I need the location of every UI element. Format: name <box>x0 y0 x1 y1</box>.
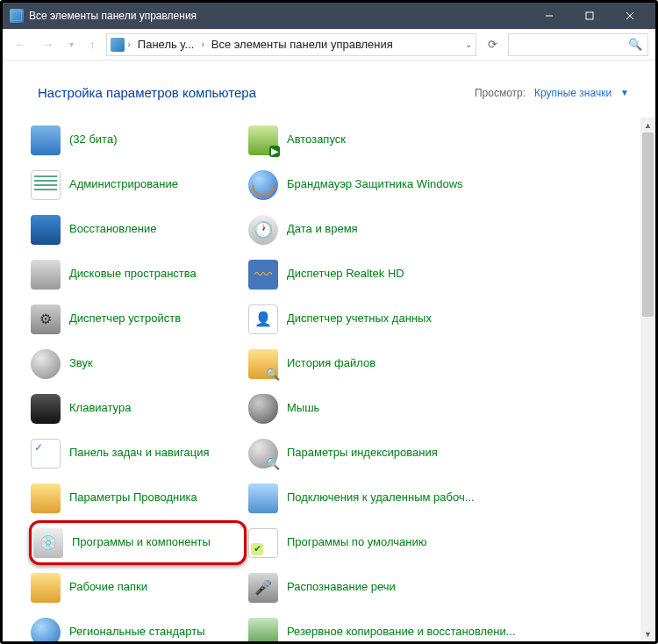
item-autoplay[interactable]: Автозапуск <box>247 118 536 162</box>
item-label: Дисковые пространства <box>69 267 197 281</box>
view-value: Крупные значки <box>534 87 612 99</box>
chevron-right-icon[interactable]: › <box>128 39 131 49</box>
item-label: Автозапуск <box>287 132 346 147</box>
scroll-thumb[interactable] <box>642 132 654 317</box>
chevron-right-icon[interactable]: › <box>201 39 204 49</box>
item-label: Администрирование <box>69 177 178 191</box>
item-speech[interactable]: Распознавание речи <box>247 565 536 610</box>
address-bar[interactable]: › Панель у... › Все элементы панели упра… <box>106 33 477 56</box>
item-label: Программы по умолчанию <box>287 535 426 549</box>
item-work-folders-icon <box>31 573 61 603</box>
item-label: Рабочие папки <box>69 580 147 594</box>
item-label: Параметры индексирования <box>287 446 438 460</box>
item-backup-restore[interactable]: Резервное копирование и восстановлени... <box>247 610 536 641</box>
item-label: Резервное копирование и восстановлени... <box>287 625 516 639</box>
item-label: Параметры Проводника <box>69 490 197 504</box>
item-remote-desktop-icon <box>248 483 278 513</box>
item-label: Дата и время <box>287 222 358 236</box>
window-title: Все элементы панели управления <box>29 10 529 22</box>
chevron-down-icon: ▼ <box>620 88 629 97</box>
window-controls <box>529 3 650 29</box>
item-label: Звук <box>69 356 93 370</box>
item-indexing[interactable]: Параметры индексирования <box>247 431 536 476</box>
item-label: Программы и компоненты <box>72 535 211 549</box>
search-icon: 🔍 <box>628 38 642 51</box>
item-file-history-icon <box>248 349 278 379</box>
back-button[interactable]: ← <box>10 34 32 54</box>
item-indexing-icon <box>248 439 278 469</box>
item-work-folders[interactable]: Рабочие папки <box>29 565 247 610</box>
item-device-manager-icon <box>31 304 61 334</box>
item-default-programs[interactable]: Программы по умолчанию <box>247 520 536 565</box>
item-label: Мышь <box>287 401 319 415</box>
item-device-manager[interactable]: Диспетчер устройств <box>29 297 247 341</box>
item-label: Диспетчер устройств <box>69 311 181 326</box>
item-label: Диспетчер учетных данных <box>287 311 432 326</box>
scroll-down-button[interactable]: ▼ <box>640 626 655 641</box>
item-label: Диспетчер Realtek HD <box>287 267 404 281</box>
item-32bit[interactable]: (32 бита) <box>29 118 247 162</box>
svg-rect-1 <box>586 12 593 19</box>
close-button[interactable] <box>610 3 650 29</box>
vertical-scrollbar[interactable]: ▲ ▼ <box>640 118 655 641</box>
item-keyboard[interactable]: Клавиатура <box>29 386 247 431</box>
item-autoplay-icon <box>248 125 278 155</box>
item-32bit-icon <box>31 125 61 155</box>
items-grid: (32 бита)АвтозапускАдминистрированиеБран… <box>29 118 640 641</box>
item-label: Клавиатура <box>69 401 131 415</box>
item-programs-features-icon <box>33 528 63 558</box>
search-input[interactable]: 🔍 <box>508 33 648 56</box>
page-title: Настройка параметров компьютера <box>38 85 256 100</box>
scroll-up-button[interactable]: ▲ <box>640 118 655 132</box>
breadcrumb-current[interactable]: Все элементы панели управления <box>208 36 397 53</box>
item-label: (32 бита) <box>69 132 117 147</box>
item-file-history[interactable]: История файлов <box>247 341 536 386</box>
item-label: Панель задач и навигация <box>69 446 210 460</box>
item-label: Восстановление <box>69 222 156 236</box>
title-bar[interactable]: Все элементы панели управления <box>3 3 655 29</box>
control-panel-icon <box>111 38 125 52</box>
item-region-icon <box>31 618 61 642</box>
item-label: Региональные стандарты <box>69 625 204 639</box>
maximize-button[interactable] <box>569 3 610 29</box>
item-speech-icon <box>248 573 278 603</box>
item-default-programs-icon <box>248 528 278 558</box>
item-explorer-options-icon <box>31 483 61 513</box>
forward-button[interactable]: → <box>37 34 59 54</box>
item-keyboard-icon <box>31 394 61 424</box>
item-programs-features[interactable]: Программы и компоненты <box>29 520 247 565</box>
view-label: Просмотр: <box>475 87 526 99</box>
minimize-button[interactable] <box>529 3 569 29</box>
chevron-down-icon[interactable]: ⌄ <box>465 39 472 49</box>
breadcrumb-root[interactable]: Панель у... <box>134 36 198 53</box>
item-storage-spaces[interactable]: Дисковые пространства <box>29 252 247 297</box>
item-administration[interactable]: Администрирование <box>29 162 247 207</box>
item-label: Брандмауэр Защитника Windows <box>287 177 463 191</box>
item-date-time-icon <box>248 215 278 245</box>
item-remote-desktop[interactable]: Подключения к удаленным рабоч... <box>247 476 536 520</box>
item-explorer-options[interactable]: Параметры Проводника <box>29 476 247 520</box>
up-button[interactable]: ↑ <box>84 34 101 54</box>
item-credential-manager[interactable]: Диспетчер учетных данных <box>247 297 536 341</box>
nav-arrows: ← → ▾ ↑ <box>10 34 101 54</box>
item-label: Подключения к удаленным рабоч... <box>287 490 475 504</box>
item-recovery[interactable]: Восстановление <box>29 207 247 252</box>
scroll-track[interactable] <box>640 132 655 626</box>
refresh-button[interactable]: ⟳ <box>482 38 503 51</box>
recent-locations[interactable]: ▾ <box>64 36 79 53</box>
items-panel: (32 бита)АвтозапускАдминистрированиеБран… <box>3 118 640 641</box>
item-taskbar[interactable]: Панель задач и навигация <box>29 431 247 476</box>
item-taskbar-icon <box>31 439 61 469</box>
item-label: История файлов <box>287 356 375 370</box>
item-realtek[interactable]: Диспетчер Realtek HD <box>247 252 536 297</box>
item-mouse[interactable]: Мышь <box>247 386 536 431</box>
item-date-time[interactable]: Дата и время <box>247 207 536 252</box>
window-frame: Все элементы панели управления ← → ▾ ↑ ›… <box>0 0 658 644</box>
navigation-toolbar: ← → ▾ ↑ › Панель у... › Все элементы пан… <box>3 29 655 61</box>
item-label: Распознавание речи <box>287 580 396 594</box>
view-selector[interactable]: Просмотр: Крупные значки ▼ <box>475 87 629 99</box>
item-backup-restore-icon <box>248 618 278 642</box>
item-sound[interactable]: Звук <box>29 341 247 386</box>
item-region[interactable]: Региональные стандарты <box>29 610 247 641</box>
item-firewall[interactable]: Брандмауэр Защитника Windows <box>247 162 536 207</box>
